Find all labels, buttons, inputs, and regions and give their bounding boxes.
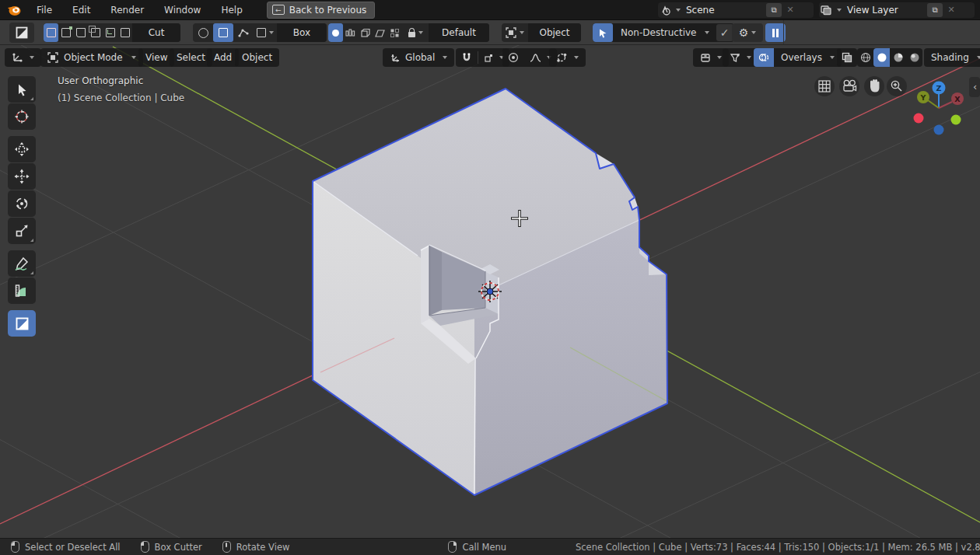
tool-boxcutter[interactable] — [8, 310, 36, 337]
viewport-canvas[interactable]: ‹ Z Y X — [0, 45, 980, 538]
shape-custom-button[interactable] — [254, 23, 277, 42]
viewport-3d[interactable]: ‹ Z Y X User Orthographic (1) Scene Co — [0, 45, 980, 538]
scene-unlink-button[interactable]: ✕ — [782, 2, 798, 18]
camera-view-button[interactable] — [839, 76, 859, 96]
shading-wireframe-button[interactable] — [857, 48, 873, 67]
mode-knife-button[interactable] — [103, 23, 117, 42]
operation-group: Default — [328, 23, 489, 42]
cut-icon — [47, 28, 56, 37]
hint-boxcutter-label: Box Cutter — [155, 542, 202, 553]
active-tool-button[interactable] — [9, 23, 34, 43]
shading-rendered-button[interactable] — [906, 48, 922, 67]
tool-move[interactable] — [8, 163, 36, 190]
tool-annotate[interactable] — [8, 250, 36, 277]
measure-icon — [14, 283, 30, 298]
op-array-button[interactable] — [343, 23, 358, 42]
solid-dot-icon — [332, 30, 339, 37]
menu-window[interactable]: Window — [154, 0, 211, 20]
scene-name[interactable]: Scene — [681, 5, 765, 16]
menu-object[interactable]: Object — [235, 48, 279, 67]
tool-options-group: ⚙ — [732, 23, 786, 42]
shading-material-button[interactable] — [890, 48, 906, 67]
grid-snap-button[interactable] — [814, 76, 835, 96]
mode-cut-button[interactable] — [44, 23, 58, 42]
view-layer-name[interactable]: View Layer — [842, 5, 926, 16]
menu-render[interactable]: Render — [100, 0, 154, 20]
pivot-icon — [556, 52, 568, 63]
scene-selector[interactable]: Scene ⧉ ✕ — [658, 2, 814, 18]
op-plane-button[interactable] — [373, 23, 387, 42]
apply-checkmark-button[interactable]: ✓ — [716, 24, 733, 41]
op-solid-button[interactable] — [328, 23, 343, 42]
editor-type-button[interactable] — [5, 48, 41, 67]
menu-help[interactable]: Help — [211, 0, 252, 20]
menu-select[interactable]: Select — [170, 48, 212, 67]
lock-dropdown[interactable] — [402, 23, 429, 42]
menu-edit[interactable]: Edit — [62, 0, 100, 20]
tool-rotate[interactable] — [8, 190, 36, 217]
shading-dropdown[interactable]: Shading — [924, 48, 980, 67]
gizmo-z-label: Z — [936, 84, 942, 92]
shape-ngon-button[interactable] — [233, 23, 254, 42]
gizmo-minus-z-handle[interactable] — [934, 125, 944, 135]
destructive-mode-dropdown[interactable]: Non-Destructive — [613, 27, 716, 38]
select-arrow-icon — [15, 82, 29, 96]
rotate-icon — [14, 196, 30, 211]
orientation-axes-icon — [390, 52, 401, 63]
tool-cursor[interactable] — [8, 103, 36, 130]
op-scatter-button[interactable] — [387, 23, 402, 42]
mode-inset-button[interactable] — [73, 23, 88, 42]
pivot-point-dropdown[interactable] — [549, 48, 586, 67]
mode-extract-button[interactable] — [117, 23, 132, 42]
mode-join-button[interactable] — [88, 23, 103, 42]
view-layer-copy-button[interactable]: ⧉ — [927, 3, 943, 17]
back-to-previous-button[interactable]: ← Back to Previous — [267, 2, 376, 19]
overlays-label: Overlays — [781, 52, 822, 63]
tool-scale[interactable] — [8, 218, 36, 244]
transform-icon — [14, 141, 30, 157]
navigation-gizmo[interactable]: Z Y X — [914, 82, 964, 135]
tool-select[interactable] — [8, 76, 36, 103]
hint-menu: Call Menu — [448, 541, 506, 553]
gizmo-minus-y-handle[interactable] — [951, 115, 961, 125]
tool-shelf — [8, 76, 36, 337]
solidify-icon — [360, 28, 370, 38]
behavior-label[interactable]: Object — [528, 23, 581, 42]
proportional-edit-button[interactable] — [502, 52, 524, 63]
mode-selector[interactable]: Object Mode — [40, 48, 143, 67]
scatter-icon — [390, 28, 400, 38]
tool-measure[interactable] — [8, 278, 36, 304]
menu-file[interactable]: File — [26, 0, 62, 20]
overlays-dropdown[interactable]: Overlays — [774, 52, 842, 63]
orientation-selector[interactable]: Global — [383, 48, 454, 67]
array-icon — [345, 28, 355, 38]
sidebar-collapse-button[interactable]: ‹ — [969, 77, 980, 97]
draw-shape-label[interactable]: Box — [277, 23, 327, 42]
operation-label[interactable]: Default — [429, 23, 489, 42]
hint-menu-label: Call Menu — [462, 542, 506, 553]
gizmo-minus-x-handle[interactable] — [914, 113, 924, 124]
mode-slice-button[interactable] — [58, 23, 73, 42]
snap-toggle-button[interactable] — [456, 52, 478, 63]
overlays-toggle-button[interactable] — [754, 48, 774, 67]
behavior-icon-dropdown[interactable] — [502, 23, 528, 42]
shading-solid-button[interactable] — [873, 48, 890, 67]
shape-circle-button[interactable] — [193, 23, 213, 42]
xray-toggle-button[interactable] — [837, 48, 857, 67]
shape-mode-label[interactable]: Cut — [132, 23, 180, 42]
hint-rotate: Rotate View — [222, 541, 290, 553]
settings-gear-dropdown[interactable]: ⚙ — [732, 23, 763, 42]
view-layer-remove-button[interactable]: ✕ — [943, 2, 959, 18]
shape-box-button[interactable] — [213, 23, 233, 42]
tool-transform[interactable] — [8, 136, 36, 162]
zoom-view-button[interactable] — [887, 76, 907, 96]
box-icon — [219, 28, 228, 37]
scene-copy-button[interactable]: ⧉ — [766, 3, 782, 17]
view-layer-selector[interactable]: View Layer ⧉ ✕ — [819, 2, 975, 18]
op-solidify-button[interactable] — [358, 23, 373, 42]
tool-cursor-button[interactable] — [593, 23, 613, 42]
annotate-pencil-icon — [14, 256, 30, 271]
custom-shape-icon — [257, 28, 266, 37]
3d-cursor-icon — [14, 109, 30, 124]
pan-view-button[interactable] — [864, 76, 884, 96]
